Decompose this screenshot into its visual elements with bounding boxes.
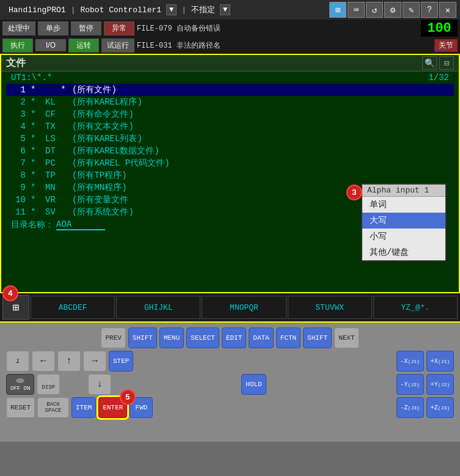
key-fctn[interactable]: FCTN	[276, 328, 301, 348]
keyboard-row-3: OFF ON i DISP ↓ HOLD -Y(J2) +Y(J2)	[6, 374, 454, 395]
key-backspace[interactable]: BACKSPACE	[37, 397, 69, 418]
key-step[interactable]: STEP	[109, 351, 133, 372]
file-label-2: FILE-031	[137, 42, 172, 50]
keyboard-row-2: i ← ↑ → STEP -X(J1) +X(J1)	[6, 351, 454, 372]
key-shift-left[interactable]: SHIFT	[128, 328, 157, 348]
key-prev[interactable]: PREV	[101, 328, 125, 348]
file-path: UT1:\*.*	[11, 73, 52, 82]
key-arrow-up[interactable]: ↑	[57, 351, 81, 372]
physical-keyboard: PREV SHIFT MENU SELECT EDIT DATA FCTN SH…	[0, 323, 460, 442]
layout-icon[interactable]: ⊟	[439, 56, 454, 70]
toolbar-icon-keyboard[interactable]: ⌨	[348, 2, 365, 18]
status-execute[interactable]: 执行	[2, 38, 33, 53]
status-bar-1: 处理中 单步 暂停 异常 FILE-079 自动备份错误 100	[0, 20, 460, 37]
toolbar-icon-close[interactable]: ✕	[439, 2, 456, 18]
screen-title: 文件	[6, 57, 26, 70]
unspecified-label: 不指定	[191, 4, 215, 15]
key-plus-y-j2[interactable]: +Y(J2)	[426, 374, 454, 395]
alpha-popup-title: Alpha input 1	[362, 185, 445, 197]
key-item[interactable]: ITEM	[71, 397, 96, 418]
app-title: HandlingPRO1	[9, 5, 66, 15]
dir-input[interactable]	[56, 219, 105, 230]
toolbar-icon-grid[interactable]: ⊞	[329, 2, 346, 18]
key-minus-y-j2[interactable]: -Y(J2)	[396, 374, 424, 395]
status-error[interactable]: 异常	[104, 21, 134, 35]
key-shift-right[interactable]: SHIFT	[303, 328, 332, 348]
alpha-option-word[interactable]: 单词	[362, 197, 445, 213]
file-row[interactable]: 1 * * (所有文件)	[6, 84, 454, 96]
alpha-input-popup: Alpha input 1 单词 大写 小写 其他/键盘	[361, 183, 447, 262]
kb-group-yz[interactable]: YZ_@*.	[373, 296, 458, 319]
page-info: 1/32	[428, 73, 449, 82]
file-path-text: FILE-031 非法的路径名	[137, 40, 432, 51]
alpha-option-other[interactable]: 其他/键盘	[362, 244, 445, 260]
key-arrow-right[interactable]: →	[83, 351, 106, 372]
badge-3: 3	[346, 185, 362, 200]
status-run[interactable]: 运转	[68, 38, 99, 53]
key-disp[interactable]: i DISP	[37, 374, 60, 395]
key-off-on[interactable]: OFF ON	[6, 374, 34, 395]
status-step[interactable]: 单步	[38, 21, 68, 35]
kb-group-ghijkl[interactable]: GHIJKL	[116, 296, 200, 319]
kb-group-mnopqr[interactable]: MNOPQR	[202, 296, 286, 319]
controller-label: Robot Controller1	[80, 5, 161, 15]
zoom-icon[interactable]: 🔍	[422, 56, 437, 70]
file-row[interactable]: 2 * KL (所有KAREL程序)	[6, 96, 454, 108]
file-path-row: UT1:\*.* 1/32	[1, 71, 459, 84]
counter-display: 100	[421, 20, 458, 37]
key-minus-z-j3[interactable]: -Z(J3)	[396, 397, 424, 418]
status-bar-2: 执行 I/O 运转 试运行 FILE-031 非法的路径名 关节	[0, 37, 460, 54]
file-row[interactable]: 7 * PC (所有KAREL P代码文件)	[6, 157, 454, 169]
kb-group-stuvwx[interactable]: STUVWX	[288, 296, 372, 319]
toolbar-icon-help[interactable]: ?	[421, 2, 438, 18]
status-processing[interactable]: 处理中	[2, 21, 35, 35]
toolbar-icons: ⊞ ⌨ ↺ ⚙ ✎ ? ✕	[329, 2, 456, 18]
badge-5: 5	[120, 389, 136, 405]
key-menu[interactable]: MENU	[159, 328, 184, 348]
kb-group-abcdef[interactable]: ABCDEF	[31, 296, 115, 319]
key-plus-x-j1[interactable]: +X(J1)	[426, 351, 454, 372]
key-arrow-left[interactable]: ←	[32, 351, 55, 372]
status-pause[interactable]: 暂停	[71, 21, 101, 35]
controller-dropdown[interactable]: ▼	[166, 4, 177, 15]
file-row[interactable]: 4 * TX (所有文本文件)	[6, 120, 454, 133]
key-reset[interactable]: RESET	[6, 397, 35, 418]
key-next[interactable]: NEXT	[334, 328, 359, 348]
file-row[interactable]: 3 * CF (所有命令文件)	[6, 108, 454, 120]
file-desc-1: 自动备份错误	[177, 24, 221, 33]
key-edit[interactable]: EDIT	[222, 328, 246, 348]
toolbar-icon-gear[interactable]: ⚙	[384, 2, 401, 18]
toolbar-icon-edit[interactable]: ✎	[403, 2, 420, 18]
file-desc-2: 非法的路径名	[177, 42, 221, 50]
file-row[interactable]: 6 * DT (所有KAREL数据文件)	[6, 145, 454, 157]
unspecified-dropdown[interactable]: ▼	[220, 4, 230, 15]
screen-area: 文件 🔍 ⊟ UT1:\*.* 1/32 1 * * (所有文件) 2 * KL…	[0, 54, 460, 292]
toolbar-icon-refresh[interactable]: ↺	[366, 2, 383, 18]
file-row[interactable]: 8 * TP (所有TP程序)	[6, 169, 454, 181]
status-io[interactable]: I/O	[35, 39, 66, 51]
keyboard-row-4: RESET BACKSPACE ITEM ENTER FWD -Z(J3) +Z…	[6, 397, 454, 418]
keyboard-row-1: PREV SHIFT MENU SELECT EDIT DATA FCTN SH…	[6, 328, 454, 348]
key-select[interactable]: SELECT	[186, 328, 219, 348]
key-arrow-down[interactable]: ↓	[88, 374, 111, 395]
key-data[interactable]: DATA	[249, 328, 273, 348]
screen-header: 文件 🔍 ⊟	[1, 55, 459, 71]
file-label-1: FILE-079	[137, 24, 172, 33]
joint-tag: 关节	[434, 39, 458, 52]
status-trial[interactable]: 试运行	[101, 38, 134, 53]
top-bar: HandlingPRO1 | Robot Controller1 ▼ | 不指定…	[0, 0, 460, 20]
alpha-option-uppercase[interactable]: 大写	[362, 213, 445, 229]
file-error-text: FILE-079 自动备份错误	[137, 23, 418, 34]
alpha-option-lowercase[interactable]: 小写	[362, 229, 445, 244]
key-hold[interactable]: HOLD	[241, 374, 266, 395]
key-minus-x-j1[interactable]: -X(J1)	[396, 351, 424, 372]
key-plus-z-j3[interactable]: +Z(J3)	[426, 397, 454, 418]
dir-label: 目录名称：	[11, 219, 54, 230]
keyboard-bar: 4 ⊞ ABCDEF GHIJKL MNOPQR STUVWX YZ_@*.	[0, 292, 460, 323]
badge-4: 4	[2, 285, 18, 301]
file-row[interactable]: 5 * LS (所有KAREL列表)	[6, 133, 454, 145]
key-info[interactable]: i	[6, 351, 29, 372]
